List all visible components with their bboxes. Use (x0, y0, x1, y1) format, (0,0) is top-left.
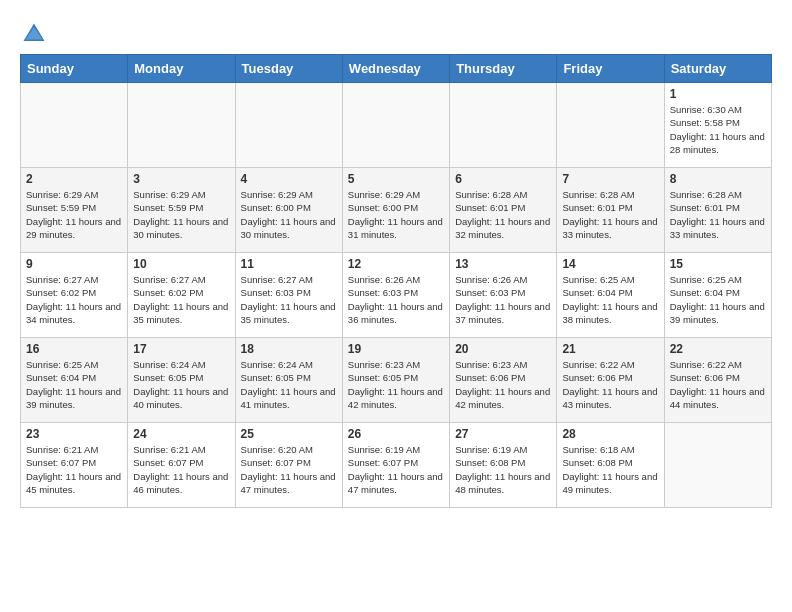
weekday-header-saturday: Saturday (664, 55, 771, 83)
day-number: 28 (562, 427, 658, 441)
calendar-cell: 19Sunrise: 6:23 AM Sunset: 6:05 PM Dayli… (342, 338, 449, 423)
calendar-table: SundayMondayTuesdayWednesdayThursdayFrid… (20, 54, 772, 508)
calendar-cell: 27Sunrise: 6:19 AM Sunset: 6:08 PM Dayli… (450, 423, 557, 508)
calendar-cell: 15Sunrise: 6:25 AM Sunset: 6:04 PM Dayli… (664, 253, 771, 338)
day-number: 5 (348, 172, 444, 186)
day-info: Sunrise: 6:18 AM Sunset: 6:08 PM Dayligh… (562, 443, 658, 496)
day-info: Sunrise: 6:27 AM Sunset: 6:02 PM Dayligh… (26, 273, 122, 326)
calendar-cell: 17Sunrise: 6:24 AM Sunset: 6:05 PM Dayli… (128, 338, 235, 423)
calendar-cell (557, 83, 664, 168)
day-number: 20 (455, 342, 551, 356)
day-number: 8 (670, 172, 766, 186)
weekday-header-monday: Monday (128, 55, 235, 83)
calendar-cell (128, 83, 235, 168)
logo (20, 20, 52, 48)
day-number: 25 (241, 427, 337, 441)
day-number: 15 (670, 257, 766, 271)
day-number: 1 (670, 87, 766, 101)
calendar-cell: 12Sunrise: 6:26 AM Sunset: 6:03 PM Dayli… (342, 253, 449, 338)
day-number: 11 (241, 257, 337, 271)
calendar-cell: 10Sunrise: 6:27 AM Sunset: 6:02 PM Dayli… (128, 253, 235, 338)
day-info: Sunrise: 6:22 AM Sunset: 6:06 PM Dayligh… (670, 358, 766, 411)
calendar-week-row: 23Sunrise: 6:21 AM Sunset: 6:07 PM Dayli… (21, 423, 772, 508)
logo-icon (20, 20, 48, 48)
day-info: Sunrise: 6:26 AM Sunset: 6:03 PM Dayligh… (455, 273, 551, 326)
calendar-cell: 7Sunrise: 6:28 AM Sunset: 6:01 PM Daylig… (557, 168, 664, 253)
weekday-header-thursday: Thursday (450, 55, 557, 83)
day-number: 24 (133, 427, 229, 441)
calendar-cell: 21Sunrise: 6:22 AM Sunset: 6:06 PM Dayli… (557, 338, 664, 423)
day-number: 2 (26, 172, 122, 186)
weekday-header-friday: Friday (557, 55, 664, 83)
day-number: 26 (348, 427, 444, 441)
day-info: Sunrise: 6:21 AM Sunset: 6:07 PM Dayligh… (133, 443, 229, 496)
calendar-cell: 23Sunrise: 6:21 AM Sunset: 6:07 PM Dayli… (21, 423, 128, 508)
calendar-cell: 28Sunrise: 6:18 AM Sunset: 6:08 PM Dayli… (557, 423, 664, 508)
day-number: 14 (562, 257, 658, 271)
day-info: Sunrise: 6:28 AM Sunset: 6:01 PM Dayligh… (455, 188, 551, 241)
calendar-cell (450, 83, 557, 168)
day-number: 12 (348, 257, 444, 271)
calendar-cell: 25Sunrise: 6:20 AM Sunset: 6:07 PM Dayli… (235, 423, 342, 508)
day-info: Sunrise: 6:27 AM Sunset: 6:02 PM Dayligh… (133, 273, 229, 326)
day-number: 16 (26, 342, 122, 356)
calendar-cell: 22Sunrise: 6:22 AM Sunset: 6:06 PM Dayli… (664, 338, 771, 423)
calendar-cell: 24Sunrise: 6:21 AM Sunset: 6:07 PM Dayli… (128, 423, 235, 508)
day-info: Sunrise: 6:19 AM Sunset: 6:07 PM Dayligh… (348, 443, 444, 496)
weekday-header-wednesday: Wednesday (342, 55, 449, 83)
day-number: 7 (562, 172, 658, 186)
day-info: Sunrise: 6:28 AM Sunset: 6:01 PM Dayligh… (670, 188, 766, 241)
day-number: 19 (348, 342, 444, 356)
calendar-week-row: 9Sunrise: 6:27 AM Sunset: 6:02 PM Daylig… (21, 253, 772, 338)
day-info: Sunrise: 6:25 AM Sunset: 6:04 PM Dayligh… (26, 358, 122, 411)
calendar-week-row: 2Sunrise: 6:29 AM Sunset: 5:59 PM Daylig… (21, 168, 772, 253)
page-header (20, 20, 772, 48)
day-number: 13 (455, 257, 551, 271)
day-info: Sunrise: 6:29 AM Sunset: 6:00 PM Dayligh… (348, 188, 444, 241)
calendar-cell: 26Sunrise: 6:19 AM Sunset: 6:07 PM Dayli… (342, 423, 449, 508)
calendar-cell: 5Sunrise: 6:29 AM Sunset: 6:00 PM Daylig… (342, 168, 449, 253)
day-number: 17 (133, 342, 229, 356)
calendar-cell: 18Sunrise: 6:24 AM Sunset: 6:05 PM Dayli… (235, 338, 342, 423)
day-number: 4 (241, 172, 337, 186)
calendar-cell (342, 83, 449, 168)
day-info: Sunrise: 6:21 AM Sunset: 6:07 PM Dayligh… (26, 443, 122, 496)
calendar-cell (235, 83, 342, 168)
calendar-cell: 3Sunrise: 6:29 AM Sunset: 5:59 PM Daylig… (128, 168, 235, 253)
calendar-cell: 8Sunrise: 6:28 AM Sunset: 6:01 PM Daylig… (664, 168, 771, 253)
weekday-header-sunday: Sunday (21, 55, 128, 83)
day-info: Sunrise: 6:20 AM Sunset: 6:07 PM Dayligh… (241, 443, 337, 496)
calendar-header-row: SundayMondayTuesdayWednesdayThursdayFrid… (21, 55, 772, 83)
day-info: Sunrise: 6:29 AM Sunset: 6:00 PM Dayligh… (241, 188, 337, 241)
calendar-cell: 9Sunrise: 6:27 AM Sunset: 6:02 PM Daylig… (21, 253, 128, 338)
day-info: Sunrise: 6:30 AM Sunset: 5:58 PM Dayligh… (670, 103, 766, 156)
calendar-cell: 13Sunrise: 6:26 AM Sunset: 6:03 PM Dayli… (450, 253, 557, 338)
calendar-cell: 11Sunrise: 6:27 AM Sunset: 6:03 PM Dayli… (235, 253, 342, 338)
day-number: 10 (133, 257, 229, 271)
day-info: Sunrise: 6:23 AM Sunset: 6:05 PM Dayligh… (348, 358, 444, 411)
day-info: Sunrise: 6:25 AM Sunset: 6:04 PM Dayligh… (562, 273, 658, 326)
calendar-week-row: 1Sunrise: 6:30 AM Sunset: 5:58 PM Daylig… (21, 83, 772, 168)
calendar-cell: 14Sunrise: 6:25 AM Sunset: 6:04 PM Dayli… (557, 253, 664, 338)
calendar-week-row: 16Sunrise: 6:25 AM Sunset: 6:04 PM Dayli… (21, 338, 772, 423)
day-number: 21 (562, 342, 658, 356)
day-number: 9 (26, 257, 122, 271)
calendar-cell: 4Sunrise: 6:29 AM Sunset: 6:00 PM Daylig… (235, 168, 342, 253)
day-info: Sunrise: 6:26 AM Sunset: 6:03 PM Dayligh… (348, 273, 444, 326)
calendar-cell: 1Sunrise: 6:30 AM Sunset: 5:58 PM Daylig… (664, 83, 771, 168)
calendar-cell: 20Sunrise: 6:23 AM Sunset: 6:06 PM Dayli… (450, 338, 557, 423)
day-number: 6 (455, 172, 551, 186)
day-number: 27 (455, 427, 551, 441)
day-number: 23 (26, 427, 122, 441)
day-info: Sunrise: 6:29 AM Sunset: 5:59 PM Dayligh… (133, 188, 229, 241)
weekday-header-tuesday: Tuesday (235, 55, 342, 83)
calendar-cell: 6Sunrise: 6:28 AM Sunset: 6:01 PM Daylig… (450, 168, 557, 253)
day-info: Sunrise: 6:19 AM Sunset: 6:08 PM Dayligh… (455, 443, 551, 496)
calendar-cell (664, 423, 771, 508)
day-info: Sunrise: 6:23 AM Sunset: 6:06 PM Dayligh… (455, 358, 551, 411)
day-number: 22 (670, 342, 766, 356)
calendar-cell (21, 83, 128, 168)
calendar-cell: 16Sunrise: 6:25 AM Sunset: 6:04 PM Dayli… (21, 338, 128, 423)
day-info: Sunrise: 6:28 AM Sunset: 6:01 PM Dayligh… (562, 188, 658, 241)
day-info: Sunrise: 6:29 AM Sunset: 5:59 PM Dayligh… (26, 188, 122, 241)
